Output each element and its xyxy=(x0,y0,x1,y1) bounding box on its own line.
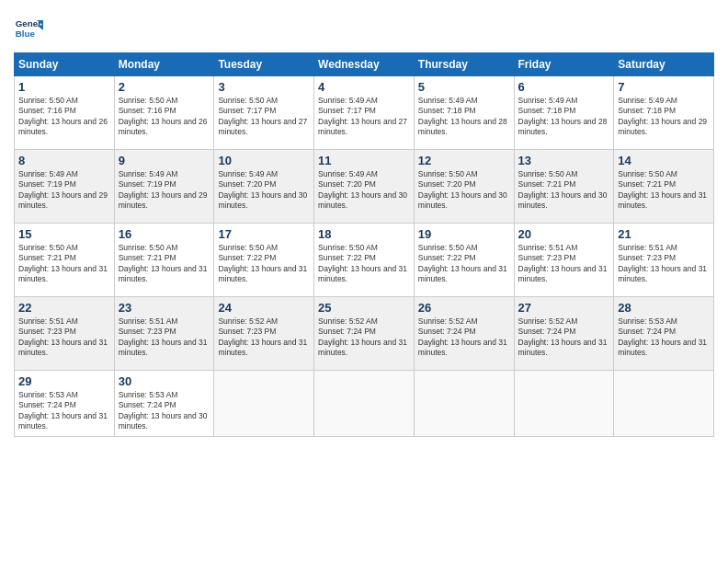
calendar-header-row: Sunday Monday Tuesday Wednesday Thursday… xyxy=(15,53,714,76)
table-row: 3Sunrise: 5:50 AMSunset: 7:17 PMDaylight… xyxy=(214,76,314,150)
table-row: 22Sunrise: 5:51 AMSunset: 7:23 PMDayligh… xyxy=(15,297,115,371)
table-row: 6Sunrise: 5:49 AMSunset: 7:18 PMDaylight… xyxy=(514,76,614,150)
table-row: 5Sunrise: 5:49 AMSunset: 7:18 PMDaylight… xyxy=(414,76,514,150)
svg-text:Blue: Blue xyxy=(16,29,36,39)
table-row: 30Sunrise: 5:53 AMSunset: 7:24 PMDayligh… xyxy=(114,371,214,437)
logo-icon: General Blue xyxy=(14,14,43,43)
table-row: 25Sunrise: 5:52 AMSunset: 7:24 PMDayligh… xyxy=(314,297,415,371)
calendar-table: Sunday Monday Tuesday Wednesday Thursday… xyxy=(14,52,714,437)
logo: General Blue xyxy=(14,14,47,43)
table-row: 17Sunrise: 5:50 AMSunset: 7:22 PMDayligh… xyxy=(214,224,314,297)
table-row: 16Sunrise: 5:50 AMSunset: 7:21 PMDayligh… xyxy=(114,224,214,297)
table-row xyxy=(314,371,415,437)
table-row: 18Sunrise: 5:50 AMSunset: 7:22 PMDayligh… xyxy=(314,224,415,297)
table-row: 4Sunrise: 5:49 AMSunset: 7:17 PMDaylight… xyxy=(314,76,415,150)
table-row: 28Sunrise: 5:53 AMSunset: 7:24 PMDayligh… xyxy=(614,297,714,371)
table-row xyxy=(514,371,614,437)
table-row: 26Sunrise: 5:52 AMSunset: 7:24 PMDayligh… xyxy=(414,297,514,371)
table-row: 12Sunrise: 5:50 AMSunset: 7:20 PMDayligh… xyxy=(414,150,514,224)
header-thursday: Thursday xyxy=(414,53,514,76)
table-row: 14Sunrise: 5:50 AMSunset: 7:21 PMDayligh… xyxy=(614,150,714,224)
table-row: 24Sunrise: 5:52 AMSunset: 7:23 PMDayligh… xyxy=(214,297,314,371)
table-row: 11Sunrise: 5:49 AMSunset: 7:20 PMDayligh… xyxy=(314,150,415,224)
table-row: 29Sunrise: 5:53 AMSunset: 7:24 PMDayligh… xyxy=(15,371,115,437)
table-row: 13Sunrise: 5:50 AMSunset: 7:21 PMDayligh… xyxy=(514,150,614,224)
table-row: 8Sunrise: 5:49 AMSunset: 7:19 PMDaylight… xyxy=(15,150,115,224)
table-row: 1Sunrise: 5:50 AMSunset: 7:16 PMDaylight… xyxy=(15,76,115,150)
table-row: 7Sunrise: 5:49 AMSunset: 7:18 PMDaylight… xyxy=(614,76,714,150)
table-row xyxy=(414,371,514,437)
table-row: 9Sunrise: 5:49 AMSunset: 7:19 PMDaylight… xyxy=(114,150,214,224)
table-row: 23Sunrise: 5:51 AMSunset: 7:23 PMDayligh… xyxy=(114,297,214,371)
table-row: 20Sunrise: 5:51 AMSunset: 7:23 PMDayligh… xyxy=(514,224,614,297)
table-row: 2Sunrise: 5:50 AMSunset: 7:16 PMDaylight… xyxy=(114,76,214,150)
header-wednesday: Wednesday xyxy=(314,53,415,76)
table-row: 10Sunrise: 5:49 AMSunset: 7:20 PMDayligh… xyxy=(214,150,314,224)
page-header: General Blue xyxy=(14,14,714,43)
table-row: 27Sunrise: 5:52 AMSunset: 7:24 PMDayligh… xyxy=(514,297,614,371)
table-row: 15Sunrise: 5:50 AMSunset: 7:21 PMDayligh… xyxy=(15,224,115,297)
header-monday: Monday xyxy=(114,53,214,76)
table-row xyxy=(614,371,714,437)
table-row xyxy=(214,371,314,437)
table-row: 19Sunrise: 5:50 AMSunset: 7:22 PMDayligh… xyxy=(414,224,514,297)
svg-text:General: General xyxy=(16,18,43,29)
header-friday: Friday xyxy=(514,53,614,76)
header-sunday: Sunday xyxy=(15,53,115,76)
table-row: 21Sunrise: 5:51 AMSunset: 7:23 PMDayligh… xyxy=(614,224,714,297)
header-tuesday: Tuesday xyxy=(214,53,314,76)
header-saturday: Saturday xyxy=(614,53,714,76)
